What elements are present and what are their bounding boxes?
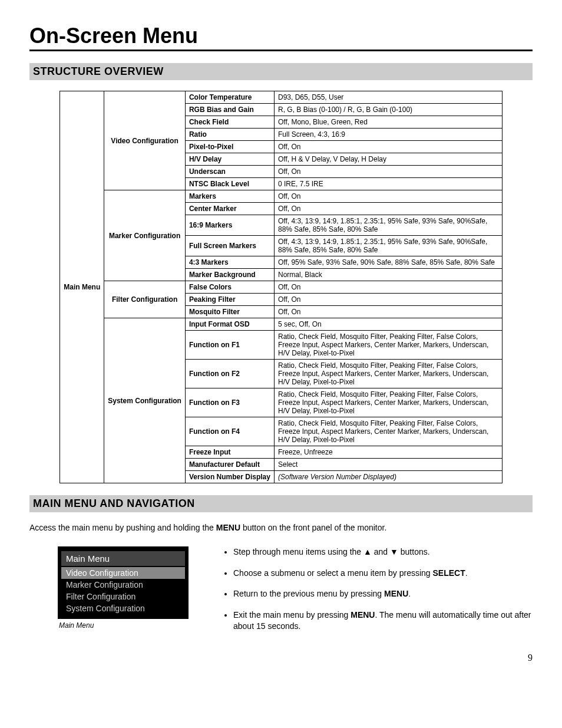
text: buttons.: [398, 547, 430, 556]
param-cell: Underscan: [185, 166, 274, 178]
values-cell: Off, 95% Safe, 93% Safe, 90% Safe, 88% S…: [274, 256, 502, 269]
table-row: Main MenuVideo ConfigurationColor Temper…: [60, 91, 503, 104]
text: Exit the main menu by pressing: [233, 610, 351, 620]
menu-box-item: Video Configuration: [61, 567, 185, 579]
group-cell: Marker Configuration: [104, 190, 186, 281]
values-cell: Off, On: [274, 294, 502, 306]
select-bold: SELECT: [433, 568, 465, 578]
values-cell: Select: [274, 459, 502, 471]
list-item: Step through menu items using the ▲ and …: [233, 546, 533, 558]
param-cell: Pixel-to-Pixel: [185, 141, 274, 153]
section-nav-header: MAIN MENU AND NAVIGATION: [29, 495, 533, 512]
values-cell: Off, On: [274, 166, 502, 178]
values-cell: 0 IRE, 7.5 IRE: [274, 178, 502, 190]
up-arrow-icon: ▲: [363, 547, 372, 556]
param-cell: Color Temperature: [185, 91, 274, 104]
menu-bold: MENU: [351, 610, 375, 620]
down-arrow-icon: ▼: [390, 547, 398, 556]
menu-box-title: Main Menu: [61, 551, 185, 566]
text: .: [465, 568, 468, 578]
menu-caption: Main Menu: [59, 621, 189, 630]
param-cell: H/V Delay: [185, 153, 274, 166]
param-cell: Mosquito Filter: [185, 306, 274, 318]
param-cell: RGB Bias and Gain: [185, 104, 274, 116]
text: Access the main menu by pushing and hold…: [29, 523, 216, 532]
param-cell: Freeze Input: [185, 446, 274, 459]
values-cell: Off, On: [274, 203, 502, 215]
text: and: [372, 547, 390, 556]
param-cell: 16:9 Markers: [185, 215, 274, 236]
menu-bold: MENU: [384, 589, 408, 598]
values-cell: Ratio, Check Field, Mosquito Filter, Pea…: [274, 360, 502, 388]
table-row: Marker ConfigurationMarkersOff, On: [60, 190, 503, 203]
values-cell: Off, On: [274, 306, 502, 318]
text: Choose a submenu or select a menu item b…: [233, 568, 433, 578]
param-cell: Manufacturer Default: [185, 459, 274, 471]
list-item: Choose a submenu or select a menu item b…: [233, 568, 533, 579]
values-cell: Normal, Black: [274, 269, 502, 281]
param-cell: Peaking Filter: [185, 294, 274, 306]
values-cell: Full Screen, 4:3, 16:9: [274, 129, 502, 141]
param-cell: Check Field: [185, 116, 274, 129]
param-cell: Center Marker: [185, 203, 274, 215]
values-cell: Off, On: [274, 281, 502, 294]
values-cell: D93, D65, D55, User: [274, 91, 502, 104]
list-item: Return to the previous menu by pressing …: [233, 588, 533, 600]
values-cell: Off, H & V Delay, V Delay, H Delay: [274, 153, 502, 166]
param-cell: Function on F3: [185, 388, 274, 417]
text: Step through menu items using the: [233, 547, 363, 556]
values-cell: Off, Mono, Blue, Green, Red: [274, 116, 502, 129]
menu-box-item: System Configuration: [61, 602, 185, 614]
param-cell: Function on F2: [185, 360, 274, 388]
menu-box-item: Filter Configuration: [61, 591, 185, 602]
param-cell: False Colors: [185, 281, 274, 294]
param-cell: Version Number Display: [185, 471, 274, 483]
param-cell: Markers: [185, 190, 274, 203]
values-cell: Freeze, Unfreeze: [274, 446, 502, 459]
param-cell: Ratio: [185, 129, 274, 141]
page-title: On-Screen Menu: [29, 24, 533, 51]
page-number: 9: [29, 653, 533, 663]
table-row: Filter ConfigurationFalse ColorsOff, On: [60, 281, 503, 294]
param-cell: Full Screen Markers: [185, 236, 274, 256]
param-cell: Function on F1: [185, 331, 274, 360]
list-item: Exit the main menu by pressing MENU. The…: [233, 610, 533, 633]
values-cell: 5 sec, Off, On: [274, 318, 502, 331]
param-cell: NTSC Black Level: [185, 178, 274, 190]
text: button on the front panel of the monitor…: [240, 523, 386, 532]
values-cell: R, G, B Bias (0-100) / R, G, B Gain (0-1…: [274, 104, 502, 116]
values-cell: (Software Version Number Displayed): [274, 471, 502, 483]
section-structure-header: STRUCTURE OVERVIEW: [29, 63, 533, 80]
structure-table: Main MenuVideo ConfigurationColor Temper…: [59, 91, 503, 483]
table-row: System ConfigurationInput Format OSD5 se…: [60, 318, 503, 331]
values-cell: Ratio, Check Field, Mosquito Filter, Pea…: [274, 331, 502, 360]
group-cell: System Configuration: [104, 318, 186, 483]
group-cell: Video Configuration: [104, 91, 186, 190]
nav-intro: Access the main menu by pushing and hold…: [29, 523, 533, 532]
param-cell: Marker Background: [185, 269, 274, 281]
text: Return to the previous menu by pressing: [233, 589, 384, 598]
values-cell: Off, On: [274, 141, 502, 153]
param-cell: 4:3 Markers: [185, 256, 274, 269]
values-cell: Off, On: [274, 190, 502, 203]
group-cell: Filter Configuration: [104, 281, 186, 318]
menu-illustration: Main Menu Video Configuration Marker Con…: [58, 546, 189, 619]
values-cell: Ratio, Check Field, Mosquito Filter, Pea…: [274, 388, 502, 417]
text: .: [408, 589, 411, 598]
main-menu-cell: Main Menu: [60, 91, 104, 483]
values-cell: Off, 4:3, 13:9, 14:9, 1.85:1, 2.35:1, 95…: [274, 215, 502, 236]
param-cell: Function on F4: [185, 417, 274, 446]
values-cell: Off, 4:3, 13:9, 14:9, 1.85:1, 2.35:1, 95…: [274, 236, 502, 256]
menu-box-item: Marker Configuration: [61, 579, 185, 591]
nav-steps-list: Step through menu items using the ▲ and …: [222, 546, 533, 642]
values-cell: Ratio, Check Field, Mosquito Filter, Pea…: [274, 417, 502, 446]
param-cell: Input Format OSD: [185, 318, 274, 331]
menu-bold: MENU: [216, 523, 240, 532]
